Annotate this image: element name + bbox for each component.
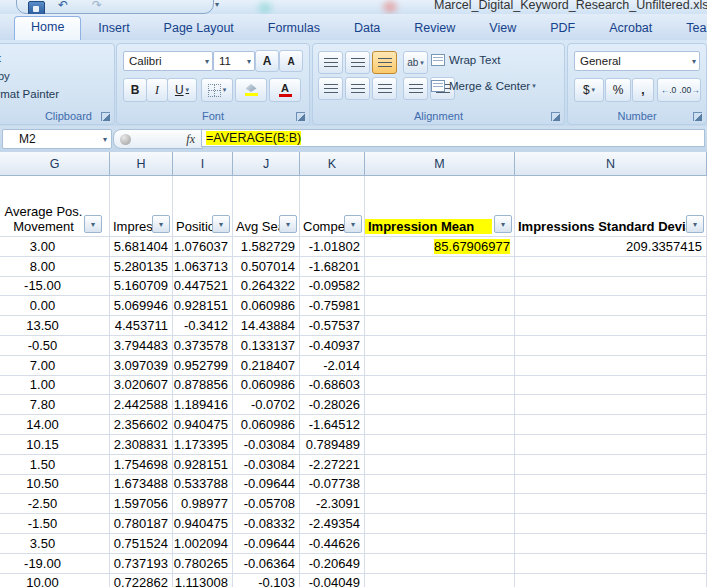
cell-K11[interactable]: -1.64512 bbox=[300, 415, 365, 435]
cell-G2[interactable]: 3.00 bbox=[0, 237, 110, 257]
cell-H7[interactable]: 3.794483 bbox=[110, 336, 173, 356]
formula-input[interactable]: =AVERAGE(B:B) bbox=[201, 129, 705, 147]
cell-H2[interactable]: 5.681404 bbox=[110, 237, 173, 257]
cell-J19[interactable]: -0.103 bbox=[233, 574, 300, 587]
cell-H12[interactable]: 2.308831 bbox=[110, 435, 173, 455]
cell-J17[interactable]: -0.09644 bbox=[233, 534, 300, 554]
cell-M7[interactable] bbox=[365, 336, 515, 356]
cell-J2[interactable]: 1.582729 bbox=[233, 237, 300, 257]
merge-center-button[interactable]: Merge & Center ▾ bbox=[431, 80, 536, 92]
cell-N5[interactable] bbox=[515, 296, 707, 316]
tab-view[interactable]: View bbox=[472, 17, 533, 40]
cell-G11[interactable]: 14.00 bbox=[0, 415, 110, 435]
decrease-decimal-button[interactable]: .00→ bbox=[679, 79, 700, 101]
cell-J8[interactable]: 0.218407 bbox=[233, 356, 300, 376]
tab-team[interactable]: Team bbox=[669, 17, 707, 40]
tab-formulas[interactable]: Formulas bbox=[251, 17, 337, 40]
cell-I10[interactable]: 1.189416 bbox=[173, 395, 233, 415]
cell-M15[interactable] bbox=[365, 494, 515, 514]
cell-H3[interactable]: 5.280135 bbox=[110, 257, 173, 277]
cell-H6[interactable]: 4.453711 bbox=[110, 316, 173, 336]
cell-H4[interactable]: 5.160709 bbox=[110, 277, 173, 297]
cell-J14[interactable]: -0.09644 bbox=[233, 475, 300, 495]
cell-M19[interactable] bbox=[365, 574, 515, 587]
cell-N15[interactable] bbox=[515, 494, 707, 514]
cell-K5[interactable]: -0.75981 bbox=[300, 296, 365, 316]
comma-format-button[interactable]: , bbox=[632, 78, 654, 102]
cell-J18[interactable]: -0.06364 bbox=[233, 554, 300, 574]
cell-I9[interactable]: 0.878856 bbox=[173, 376, 233, 396]
cell-K9[interactable]: -0.68603 bbox=[300, 376, 365, 396]
cell-M8[interactable] bbox=[365, 356, 515, 376]
font-color-button[interactable]: A bbox=[269, 78, 301, 102]
cell-N10[interactable] bbox=[515, 395, 707, 415]
cell-J15[interactable]: -0.05708 bbox=[233, 494, 300, 514]
cell-H17[interactable]: 0.751524 bbox=[110, 534, 173, 554]
tab-home[interactable]: Home bbox=[14, 16, 81, 40]
cell-M5[interactable] bbox=[365, 296, 515, 316]
cell-M6[interactable] bbox=[365, 316, 515, 336]
cell-J11[interactable]: 0.060986 bbox=[233, 415, 300, 435]
cut-button[interactable]: ✂ Cut bbox=[0, 50, 1, 65]
cell-I2[interactable]: 1.076037 bbox=[173, 237, 233, 257]
cell-N2[interactable]: 209.3357415 bbox=[515, 237, 707, 257]
filter-dropdown-K[interactable]: ▾ bbox=[344, 215, 362, 233]
cell-M3[interactable] bbox=[365, 257, 515, 277]
column-header-K[interactable]: K bbox=[300, 152, 365, 176]
filter-dropdown-M[interactable]: ▾ bbox=[494, 215, 512, 233]
cell-I4[interactable]: 0.447521 bbox=[173, 277, 233, 297]
cell-N19[interactable] bbox=[515, 574, 707, 587]
alignment-dialog-launcher-icon[interactable] bbox=[551, 112, 560, 121]
cell-G6[interactable]: 13.50 bbox=[0, 316, 110, 336]
cell-G12[interactable]: 10.15 bbox=[0, 435, 110, 455]
header-cell-G1[interactable]: Average Pos.Movement▾ bbox=[0, 176, 110, 237]
cell-I3[interactable]: 1.063713 bbox=[173, 257, 233, 277]
filter-dropdown-H[interactable]: ▾ bbox=[152, 215, 170, 233]
cell-M17[interactable] bbox=[365, 534, 515, 554]
cell-N7[interactable] bbox=[515, 336, 707, 356]
cell-N12[interactable] bbox=[515, 435, 707, 455]
cell-I15[interactable]: 0.98977 bbox=[173, 494, 233, 514]
orientation-button[interactable]: ab▾ bbox=[403, 51, 428, 74]
cell-G9[interactable]: 1.00 bbox=[0, 376, 110, 396]
cell-K6[interactable]: -0.57537 bbox=[300, 316, 365, 336]
cell-G4[interactable]: -15.00 bbox=[0, 277, 110, 297]
cell-J12[interactable]: -0.03084 bbox=[233, 435, 300, 455]
cell-J4[interactable]: 0.264322 bbox=[233, 277, 300, 297]
cell-I8[interactable]: 0.952799 bbox=[173, 356, 233, 376]
cell-M9[interactable] bbox=[365, 376, 515, 396]
align-bottom-button[interactable] bbox=[372, 51, 397, 74]
font-name-select[interactable]: Calibri ▾ bbox=[123, 51, 213, 71]
cell-K14[interactable]: -0.07738 bbox=[300, 475, 365, 495]
cell-M16[interactable] bbox=[365, 514, 515, 534]
save-icon[interactable] bbox=[28, 1, 45, 14]
column-header-M[interactable]: M bbox=[365, 152, 515, 176]
tab-page-layout[interactable]: Page Layout bbox=[147, 17, 251, 40]
cell-K13[interactable]: -2.27221 bbox=[300, 455, 365, 475]
cell-G17[interactable]: 3.50 bbox=[0, 534, 110, 554]
format-painter-button[interactable]: Format Painter bbox=[0, 86, 59, 101]
header-cell-M1[interactable]: Impression Mean▾ bbox=[365, 176, 515, 237]
cell-J5[interactable]: 0.060986 bbox=[233, 296, 300, 316]
cell-N18[interactable] bbox=[515, 554, 707, 574]
cell-I5[interactable]: 0.928151 bbox=[173, 296, 233, 316]
cell-G5[interactable]: 0.00 bbox=[0, 296, 110, 316]
cell-J10[interactable]: -0.0702 bbox=[233, 395, 300, 415]
cell-H14[interactable]: 1.673488 bbox=[110, 475, 173, 495]
currency-format-button[interactable]: $▾ bbox=[574, 78, 604, 102]
cell-M4[interactable] bbox=[365, 277, 515, 297]
undo-icon[interactable]: ↶ bbox=[58, 0, 68, 12]
cell-K12[interactable]: 0.789489 bbox=[300, 435, 365, 455]
cell-N11[interactable] bbox=[515, 415, 707, 435]
cell-H11[interactable]: 2.356602 bbox=[110, 415, 173, 435]
cell-K15[interactable]: -2.3091 bbox=[300, 494, 365, 514]
align-center-button[interactable] bbox=[345, 77, 370, 100]
cell-M14[interactable] bbox=[365, 475, 515, 495]
cell-G14[interactable]: 10.50 bbox=[0, 475, 110, 495]
filter-dropdown-J[interactable]: ▾ bbox=[279, 215, 297, 233]
cell-I17[interactable]: 1.002094 bbox=[173, 534, 233, 554]
column-header-H[interactable]: H bbox=[110, 152, 173, 176]
header-cell-N1[interactable]: Impressions Standard Deviat▾ bbox=[515, 176, 707, 237]
cell-J6[interactable]: 14.43884 bbox=[233, 316, 300, 336]
cell-H16[interactable]: 0.780187 bbox=[110, 514, 173, 534]
